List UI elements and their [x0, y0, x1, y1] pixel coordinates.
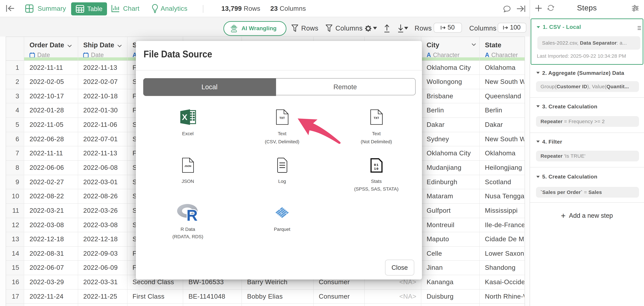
- svg-text:10: 10: [374, 167, 378, 170]
- svg-text:TXT: TXT: [374, 116, 379, 120]
- svg-text:R: R: [186, 206, 198, 221]
- svg-text:01: 01: [374, 163, 378, 167]
- svg-text:JSON: JSON: [184, 164, 191, 168]
- svg-text:X: X: [182, 112, 188, 122]
- svg-text:TXT: TXT: [279, 116, 285, 120]
